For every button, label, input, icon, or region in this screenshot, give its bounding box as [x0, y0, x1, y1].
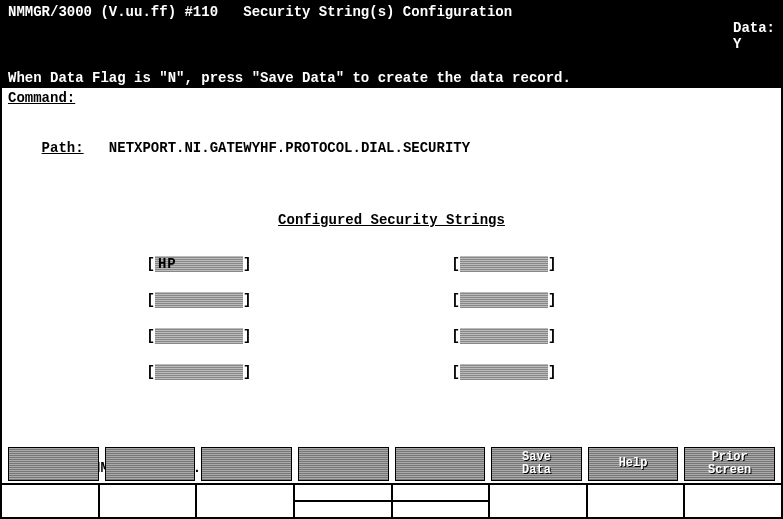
help-button[interactable]: Help [588, 447, 679, 481]
prior-screen-button[interactable]: Prior Screen [684, 447, 775, 481]
security-string-field: [ ] [452, 364, 637, 380]
title-bar: NMMGR/3000 (V.uu.ff) #110 Security Strin… [2, 2, 781, 70]
security-string-field: [ ] [452, 328, 637, 344]
security-string-input-7[interactable] [460, 328, 548, 344]
status-cell [197, 485, 295, 517]
bracket-close: ] [243, 256, 251, 272]
security-string-input-8[interactable] [460, 364, 548, 380]
path-row: Path: NETXPORT.NI.GATEWYHF.PROTOCOL.DIAL… [8, 122, 775, 174]
security-strings-grid: [ ] [ ] [ ] [ ] [ ] [ ] [ [147, 256, 637, 380]
security-string-input-2[interactable] [155, 292, 243, 308]
security-string-field: [ ] [147, 328, 332, 344]
path-label: Path: [42, 140, 84, 156]
security-string-field: [ ] [452, 256, 637, 272]
bracket-close: ] [548, 292, 556, 308]
hint-text: When Data Flag is "N", press "Save Data"… [2, 70, 781, 88]
status-cell-split [393, 485, 491, 517]
bracket-close: ] [548, 256, 556, 272]
security-string-input-3[interactable] [155, 328, 243, 344]
status-cell [100, 485, 198, 517]
command-row: Command: [2, 88, 781, 108]
bracket-close: ] [243, 364, 251, 380]
security-string-input-6[interactable] [460, 292, 548, 308]
bracket-close: ] [243, 292, 251, 308]
command-label: Command: [8, 90, 75, 106]
security-string-field: [ ] [147, 292, 332, 308]
fkey-f4[interactable] [298, 447, 389, 481]
data-flag: Data: Y [699, 4, 775, 68]
section-title: Configured Security Strings [8, 212, 775, 228]
fkey-f2[interactable] [105, 447, 196, 481]
command-input[interactable] [83, 90, 775, 106]
status-bar [2, 483, 781, 517]
screen-title: NMMGR/3000 (V.uu.ff) #110 Security Strin… [8, 4, 512, 68]
bracket-close: ] [243, 328, 251, 344]
security-string-input-4[interactable] [155, 364, 243, 380]
function-key-row: Save Data Help Prior Screen [2, 447, 781, 481]
bracket-open: [ [147, 328, 155, 344]
security-string-input-5[interactable] [460, 256, 548, 272]
security-string-field: [ ] [147, 256, 332, 272]
security-string-field: [ ] [147, 364, 332, 380]
save-data-button[interactable]: Save Data [491, 447, 582, 481]
security-string-field: [ ] [452, 292, 637, 308]
status-cell-split [295, 485, 393, 517]
bracket-open: [ [147, 364, 155, 380]
bracket-open: [ [452, 256, 460, 272]
fkey-f1[interactable] [8, 447, 99, 481]
status-cell [2, 485, 100, 517]
status-cell [490, 485, 588, 517]
bracket-open: [ [452, 328, 460, 344]
bracket-close: ] [548, 328, 556, 344]
bracket-open: [ [452, 292, 460, 308]
status-cell [685, 485, 781, 517]
bracket-close: ] [548, 364, 556, 380]
bracket-open: [ [147, 256, 155, 272]
path-value: NETXPORT.NI.GATEWYHF.PROTOCOL.DIAL.SECUR… [109, 140, 470, 156]
security-string-input-1[interactable] [155, 256, 243, 272]
fkey-f3[interactable] [201, 447, 292, 481]
status-cell [588, 485, 686, 517]
bracket-open: [ [147, 292, 155, 308]
fkey-f5[interactable] [395, 447, 486, 481]
bracket-open: [ [452, 364, 460, 380]
